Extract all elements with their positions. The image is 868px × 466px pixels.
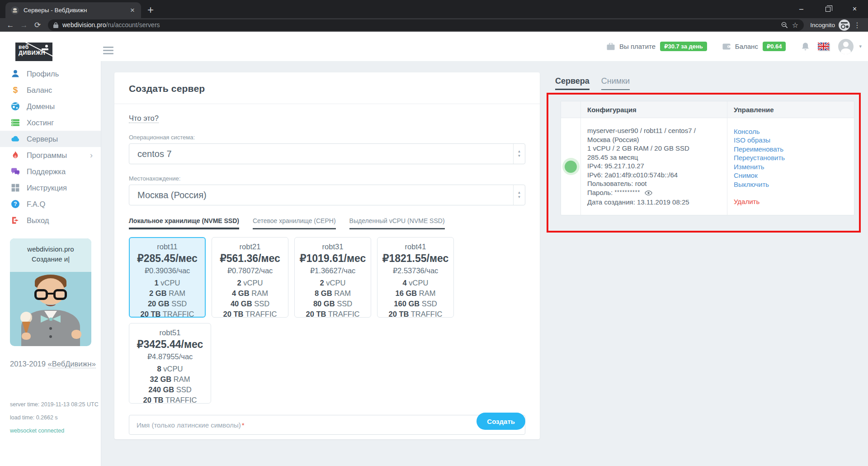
plan-card-robt21[interactable]: robt21 ₽561.36/мес ₽0.78072/час 2 vCPU 4… [212,237,288,318]
ad-line1: webdivision.pro [10,244,91,254]
server-stack-icon [11,118,20,127]
brand-link[interactable]: «ВебДивижн» [48,360,96,368]
websocket-status: websocket connected [10,428,64,434]
column-config: Конфигурация [581,101,727,118]
sidebar-item-programs[interactable]: Программы › [0,147,101,163]
back-icon[interactable]: ← [4,21,17,29]
show-password-eye-icon[interactable] [645,190,652,195]
action-reinstall[interactable]: Переустановить [734,153,848,162]
servers-table: Конфигурация Управление myserver-user90 … [561,101,854,215]
what-is-link[interactable]: Что это? [129,114,159,123]
action-rename[interactable]: Переименовать [734,145,848,154]
flame-icon [11,151,20,160]
dollar-icon: $ [11,86,20,95]
svg-text:?: ? [14,201,17,207]
logout-icon [11,216,20,225]
plan-card-robt41[interactable]: robt41 ₽1821.55/мес ₽2.53736/час 4 vCPU … [377,237,454,318]
browser-toolbar: ← → ⟳ webdivision.pro/ru/account/servers… [0,18,868,32]
storage-tabs: Локальное хранилище (NVME SSD) Сетевое х… [129,217,525,229]
tab-servers[interactable]: Сервера [555,76,590,90]
action-console[interactable]: Консоль [734,127,848,136]
user-avatar[interactable] [838,39,854,54]
window-minimize-button[interactable]: – [788,0,815,18]
action-edit[interactable]: Изменить [734,162,848,171]
config-line: 1 vCPU / 2 GB RAM / 20 GB SSD [587,144,721,153]
required-asterisk: * [242,421,245,429]
language-flag-icon[interactable] [818,43,829,50]
sidebar-item-profile[interactable]: Профиль [0,66,101,82]
forward-icon[interactable]: → [17,21,31,29]
tab-dedicated-vcpu[interactable]: Выделенный vCPU (NVME SSD) [349,217,445,229]
os-select[interactable]: centos 7 ▲▼ [129,143,525,164]
ad-image[interactable]: webdivision.pro Создание и| [10,238,91,346]
plan-card-robt11[interactable]: robt11 ₽285.45/мес ₽0.39036/час 1 vCPU 2… [129,237,206,318]
window-restore-button[interactable] [815,0,841,18]
pay-badge: ₽30.7 за день [660,42,707,51]
location-label: Местонахождение: [129,175,525,182]
action-snapshot[interactable]: Снимок [734,171,848,180]
sidebar-item-manual[interactable]: Инструкция [0,180,101,196]
action-iso-images[interactable]: ISO образы [734,136,848,145]
sidebar-item-faq[interactable]: ? F.A.Q [0,196,101,212]
config-line: IPv4: 95.217.10.27 [587,162,721,171]
server-time: server time: 2019-11-13 08:25 UTC [10,401,99,408]
wallet-icon [722,43,731,50]
page-title: Создать сервер [129,83,525,94]
plan-row-2: robt51 ₽3425.44/мес ₽4.87955/час 8 vCPU … [129,323,525,404]
account-caret-icon[interactable]: ▾ [859,43,862,49]
window-close-button[interactable]: × [841,0,868,18]
server-panel-tabs: Сервера Снимки [555,76,630,90]
plan-card-robt51[interactable]: robt51 ₽3425.44/мес ₽4.87955/час 8 vCPU … [129,323,211,404]
location-select[interactable]: Москва (Россия) ▲▼ [129,185,525,205]
tab-close-icon[interactable]: × [128,6,137,14]
load-time: load time: 0.2662 s [10,414,58,421]
ad-line2: Создание и| [10,254,91,264]
logo[interactable]: веб дивижн [15,43,52,61]
server-config-cell: myserver-user90 / robt11 / centos7 / Мос… [581,118,727,215]
address-bar[interactable]: webdivision.pro/ru/account/servers ☆ [48,19,804,31]
lock-icon [53,22,58,28]
incognito-label: Incognito [810,22,835,29]
incognito-icon[interactable] [839,19,850,31]
sidebar-item-servers[interactable]: Серверы [0,131,101,147]
restore-icon [826,7,830,12]
sidebar-item-support[interactable]: Поддержка [0,163,101,180]
chat-bubbles-icon [11,167,20,176]
zoom-indicator-icon[interactable] [781,22,788,29]
sidebar-item-logout[interactable]: Выход [0,212,101,228]
config-line: myserver-user90 / robt11 / centos7 / Мос… [587,126,721,144]
site-favicon-icon [11,6,19,14]
browser-menu-icon[interactable]: ⋮ [854,21,861,29]
plan-card-robt31[interactable]: robt31 ₽1019.61/мес ₽1.36627/час 2 vCPU … [294,237,371,318]
tab-snapshots[interactable]: Снимки [601,76,630,90]
password-line: Пароль: ********** [587,188,721,198]
balance-label: Баланс [735,43,758,50]
create-button[interactable]: Создать [476,413,525,430]
config-line: Пользователь: root [587,179,721,188]
globe-icon [11,102,20,111]
name-placeholder: Имя (только латинские символы) [137,421,241,429]
tab-local-storage[interactable]: Локальное хранилище (NVME SSD) [129,217,239,229]
server-name-input[interactable]: Имя (только латинские символы) * [129,415,525,435]
annotation-rectangle: Конфигурация Управление myserver-user90 … [547,93,861,233]
action-shutdown[interactable]: Выключить [734,180,848,189]
reload-icon[interactable]: ⟳ [31,21,44,29]
menu-toggle-icon[interactable] [103,47,113,56]
notifications-bell-icon[interactable] [801,42,810,51]
question-circle-icon: ? [11,200,20,209]
tab-network-storage[interactable]: Сетевое хранилище (CEPH) [253,217,336,229]
new-tab-button[interactable]: + [147,5,154,15]
tab-title: Серверы - ВебДивижн [24,7,124,14]
sidebar-item-balance[interactable]: $ Баланс [0,82,101,98]
bookmark-star-icon[interactable]: ☆ [792,21,798,29]
action-delete[interactable]: Удалить [734,197,848,206]
ad-boy-photo [10,272,91,346]
os-label: Операционная система: [129,134,525,141]
pay-label: Вы платите [619,43,656,50]
sidebar-item-domains[interactable]: Домены [0,98,101,114]
create-server-card: Создать сервер Что это? Операционная сис… [114,72,540,439]
browser-tab[interactable]: Серверы - ВебДивижн × [5,2,141,18]
logo-figure-icon [42,45,49,50]
submenu-chevron-icon: › [90,151,93,160]
sidebar-item-hosting[interactable]: Хостинг [0,114,101,131]
